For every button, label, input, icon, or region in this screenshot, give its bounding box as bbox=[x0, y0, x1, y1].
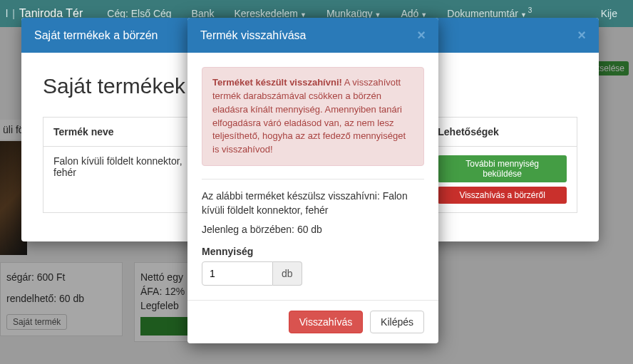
cell-options: További mennyiség beküldése Visszahívás … bbox=[428, 147, 577, 213]
recall-product-text: Az alábbi terméket készülsz visszahívni:… bbox=[202, 189, 424, 217]
divider bbox=[202, 179, 424, 180]
alert-strong: Terméket készült visszahívni! bbox=[212, 77, 342, 88]
modal1-title: Saját termékek a börzén bbox=[34, 29, 158, 42]
close-icon[interactable]: × bbox=[577, 27, 586, 43]
quantity-unit: db bbox=[273, 261, 302, 286]
modal2-title: Termék visszahívása bbox=[200, 29, 307, 42]
docs-badge: 3 bbox=[528, 6, 532, 14]
warning-alert: Terméket készült visszahívni! A visszahí… bbox=[202, 67, 424, 166]
brand-separator: | bbox=[12, 8, 15, 19]
quantity-input-group: db bbox=[202, 261, 424, 286]
alert-text: A visszahívott termék darabszámával csök… bbox=[212, 77, 406, 155]
close-icon[interactable]: × bbox=[417, 27, 426, 43]
cancel-button[interactable]: Kilépés bbox=[370, 311, 424, 333]
send-more-button[interactable]: További mennyiség beküldése bbox=[438, 155, 567, 182]
th-options: Lehetőségek bbox=[428, 118, 577, 147]
recall-button[interactable]: Visszahívás a börzéről bbox=[438, 187, 567, 204]
modal2-header: Termék visszahívása × bbox=[187, 18, 438, 53]
current-stock-text: Jelenleg a börzében: 60 db bbox=[202, 223, 424, 237]
quantity-input[interactable] bbox=[202, 261, 273, 286]
brand-prefix: l bbox=[6, 8, 8, 19]
confirm-recall-button[interactable]: Visszahívás bbox=[289, 311, 363, 333]
modal2-footer: Visszahívás Kilépés bbox=[187, 300, 438, 343]
nav-logout[interactable]: Kije bbox=[601, 8, 617, 19]
quantity-label: Mennyiség bbox=[202, 246, 424, 257]
modal-recall-product: Termék visszahívása × Terméket készült v… bbox=[187, 18, 438, 343]
